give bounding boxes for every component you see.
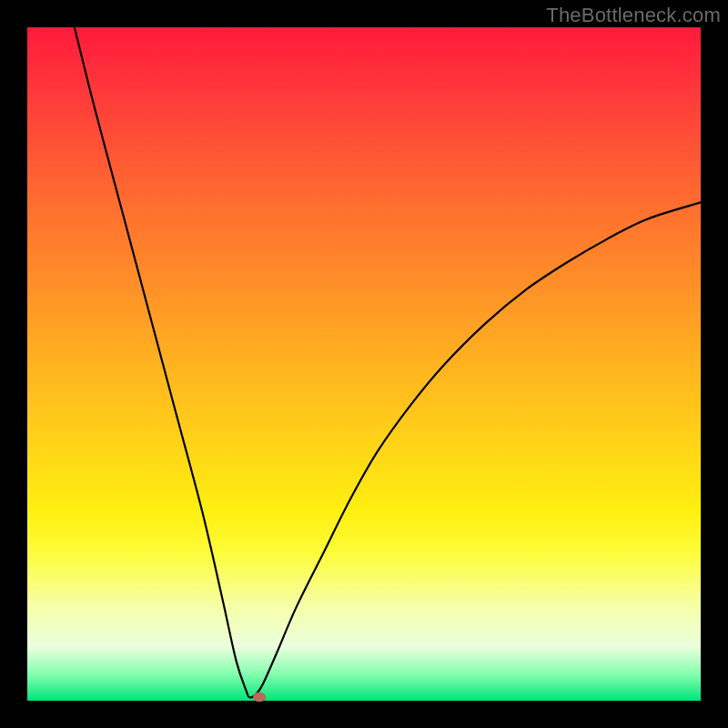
plot-area [27,27,701,701]
curve-svg [27,27,701,701]
watermark-label: TheBottleneck.com [546,4,721,27]
bottleneck-curve [75,27,701,697]
chart-frame: TheBottleneck.com [0,0,728,728]
min-marker [253,693,266,702]
